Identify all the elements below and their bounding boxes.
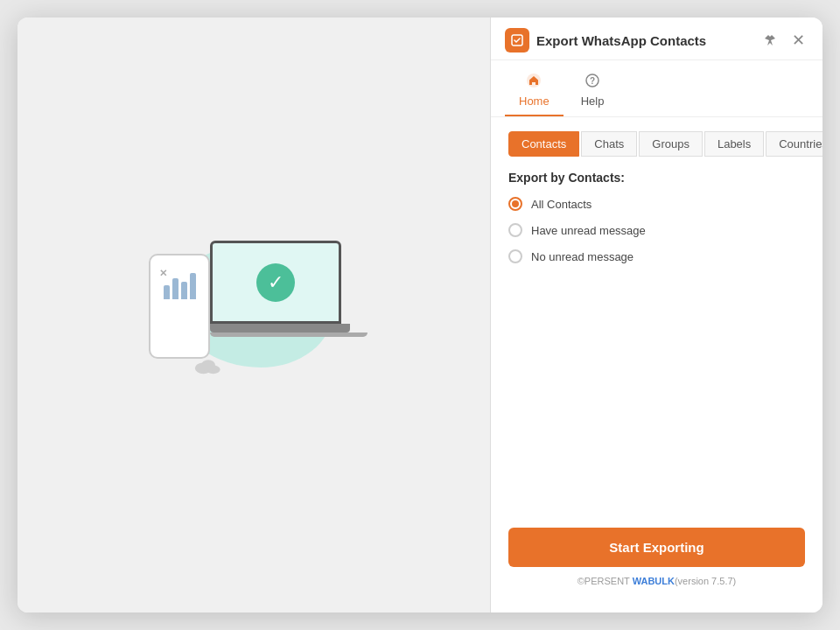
app-icon <box>505 28 529 52</box>
radio-circle-no-unread <box>508 249 522 263</box>
laptop-screen: ✓ <box>210 241 341 324</box>
radio-label-no-unread: No unread message <box>531 250 634 263</box>
phone-illustration: ✕ <box>149 254 210 359</box>
filter-tab-groups[interactable]: Groups <box>639 131 703 157</box>
bar-1 <box>164 285 170 299</box>
bar-3 <box>181 282 187 299</box>
home-icon <box>526 73 542 93</box>
footer-version: (version 7.5.7) <box>675 576 736 586</box>
laptop-foot <box>210 332 368 337</box>
radio-label-all: All Contacts <box>531 198 592 211</box>
tab-help[interactable]: ? Help <box>567 67 619 116</box>
tab-home-label: Home <box>519 94 550 108</box>
phone-bars <box>164 273 196 299</box>
title-bar-left: Export WhatsApp Contacts <box>505 28 706 52</box>
app-title: Export WhatsApp Contacts <box>536 33 706 48</box>
radio-circle-unread <box>508 223 522 237</box>
right-panel: Export WhatsApp Contacts ✕ <box>490 18 822 612</box>
filter-tabs: Contacts Chats Groups Labels Countries <box>508 131 805 157</box>
bar-4 <box>190 273 196 299</box>
filter-tab-chats[interactable]: Chats <box>581 131 637 157</box>
svg-text:?: ? <box>590 76 595 86</box>
radio-circle-all <box>508 197 522 211</box>
radio-all-contacts[interactable]: All Contacts <box>508 197 805 211</box>
help-icon: ? <box>584 73 600 93</box>
radio-dot-all <box>512 200 519 207</box>
app-window: ✕ ✓ <box>18 18 822 612</box>
cloud-illustration <box>191 354 226 378</box>
filter-tab-labels[interactable]: Labels <box>704 131 764 157</box>
section-label: Export by Contacts: <box>508 171 805 185</box>
title-actions: ✕ <box>760 29 808 52</box>
footer-prefix: ©PERSENT <box>578 576 633 586</box>
radio-no-unread[interactable]: No unread message <box>508 249 805 263</box>
checkmark-icon: ✓ <box>256 263 295 302</box>
radio-group: All Contacts Have unread message No unre… <box>508 197 805 514</box>
left-panel: ✕ ✓ <box>18 18 490 612</box>
title-bar: Export WhatsApp Contacts ✕ <box>491 18 822 60</box>
footer-brand: WABULK <box>633 576 675 586</box>
tab-home[interactable]: Home <box>505 67 564 116</box>
phone-x-icon: ✕ <box>159 268 167 279</box>
close-button[interactable]: ✕ <box>788 29 808 52</box>
tab-help-label: Help <box>581 94 605 108</box>
radio-have-unread[interactable]: Have unread message <box>508 223 805 237</box>
filter-tab-countries[interactable]: Countries <box>766 131 822 157</box>
laptop-base <box>210 324 350 332</box>
illustration: ✕ ✓ <box>131 228 376 402</box>
nav-tabs: Home ? Help <box>491 60 822 117</box>
footer: ©PERSENT WABULK(version 7.5.7) <box>508 567 805 598</box>
svg-point-2 <box>201 360 215 371</box>
radio-label-unread: Have unread message <box>531 224 646 237</box>
laptop-illustration: ✓ <box>210 241 368 337</box>
bar-2 <box>172 278 178 299</box>
start-exporting-button[interactable]: Start Exporting <box>508 528 805 567</box>
content-area: Contacts Chats Groups Labels Countries E… <box>491 117 822 612</box>
pin-button[interactable] <box>760 32 780 48</box>
filter-tab-contacts[interactable]: Contacts <box>508 131 579 157</box>
